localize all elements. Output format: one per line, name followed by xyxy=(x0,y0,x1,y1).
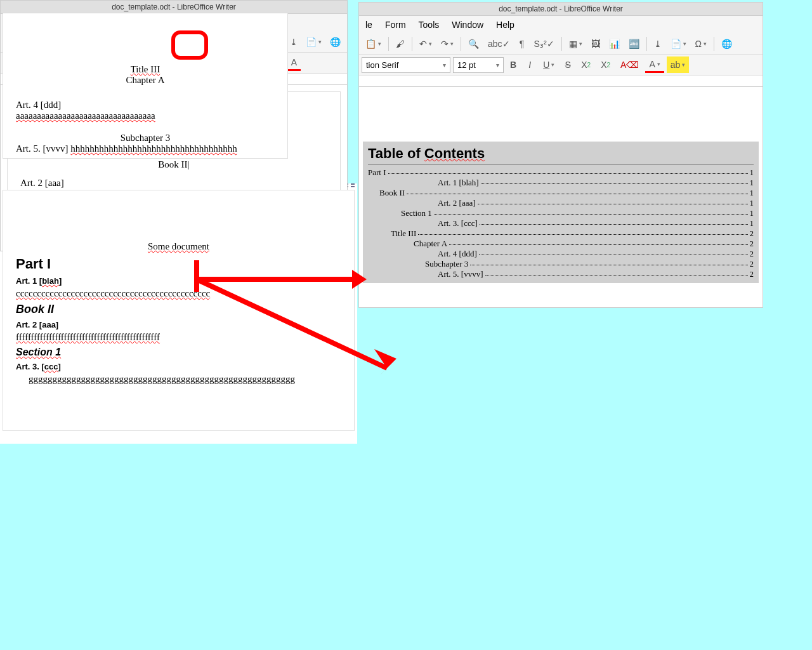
article-heading-styled: Art. 3. [ccc] xyxy=(16,362,341,371)
superscript-icon[interactable]: X2 xyxy=(577,56,594,73)
ruler xyxy=(359,76,763,87)
part-heading-styled: Part I xyxy=(16,256,341,272)
pagebreak-icon[interactable]: ⤓ xyxy=(650,36,665,52)
toolbar-main: 📋 🖌 ↶ ↷ 🔍 abc✓ ¶ S₃²✓ ▦ 🖼 📊 🔤 ⤓ 📄 Ω 🌐 xyxy=(359,34,763,55)
font-color-icon[interactable]: A xyxy=(287,55,301,71)
pagebreak-icon[interactable]: ⤓ xyxy=(286,34,301,50)
toc-entry[interactable]: Art. 5. [vvvv]2 xyxy=(368,269,754,279)
highlight-icon[interactable]: ab xyxy=(667,56,690,73)
body-text: gggggggggggggggggggggggggggggggggggggggg… xyxy=(29,374,341,385)
table-of-contents: Table of Table of ContentsContents Part … xyxy=(363,142,759,283)
article-line: Art. 4 [ddd] xyxy=(16,100,275,110)
menu-form[interactable]: Form xyxy=(380,18,411,31)
subchapter-heading: Subchapter 3 xyxy=(16,133,275,143)
toc-entry[interactable]: Art. 4 [ddd]2 xyxy=(368,249,754,259)
bold-icon[interactable]: B xyxy=(506,56,520,73)
article-heading-styled: Art. 2 [aaa] xyxy=(16,320,341,329)
formatting-marks-icon[interactable]: ¶ xyxy=(515,36,529,52)
section-heading-styled: Section 1 xyxy=(16,347,341,358)
window-title: doc_template.odt - LibreOffice Writer xyxy=(1,1,347,14)
field-icon[interactable]: 📄 xyxy=(303,34,325,50)
toc-title: Table of Table of ContentsContents xyxy=(368,145,754,162)
font-size-combo[interactable]: 12 pt xyxy=(453,57,504,73)
menu-window[interactable]: Window xyxy=(447,18,488,31)
underline-icon[interactable]: U xyxy=(539,56,558,73)
subscript-icon[interactable]: X2 xyxy=(597,56,614,73)
toc-entry[interactable]: Subchapter 32 xyxy=(368,259,754,269)
toolbar-format: tion Serif 12 pt B I U S X2 X2 A⌫ A ab xyxy=(359,55,763,76)
toc-entry[interactable]: Title III2 xyxy=(368,229,754,239)
document-page-2[interactable]: Title III Chapter A Art. 4 [ddd] aaaaaaa… xyxy=(3,13,288,159)
toc-page[interactable]: Table of Table of ContentsContents Part … xyxy=(363,91,759,294)
spellcheck-icon[interactable]: abc✓ xyxy=(484,36,514,52)
menu-tools[interactable]: Tools xyxy=(414,18,445,31)
toc-entry[interactable]: Art. 3. [ccc]1 xyxy=(368,218,754,229)
hyperlink-icon[interactable]: 🌐 xyxy=(717,36,736,52)
document-page-styled[interactable]: Some document Part I Art. 1 [blah] ccccc… xyxy=(3,190,355,431)
article-heading-styled: Art. 1 [blah] xyxy=(16,276,341,286)
clear-format-icon[interactable]: A⌫ xyxy=(617,56,643,73)
title-heading: Title III xyxy=(16,64,275,75)
body-text: ffffffffffffffffffffffffffffffffffffffff… xyxy=(16,332,341,343)
textbox-icon[interactable]: 🔤 xyxy=(625,36,643,52)
page-fragment-2: Title III Chapter A Art. 4 [ddd] aaaaaaa… xyxy=(0,6,291,181)
toc-entry[interactable]: Chapter A2 xyxy=(368,239,754,249)
menu-help[interactable]: Help xyxy=(491,18,520,31)
toc-entry[interactable]: Art. 1 [blah]1 xyxy=(368,178,754,188)
redo-icon[interactable]: ↷ xyxy=(437,36,457,52)
menu-le[interactable]: le xyxy=(360,18,377,31)
toc-entry[interactable]: Part I1 xyxy=(368,168,754,178)
svg-marker-4 xyxy=(374,349,396,375)
writer-window-after: doc_template.odt - LibreOffice Writer le… xyxy=(358,2,763,308)
article-line: Art. 2 [aaa] xyxy=(20,178,327,189)
font-color-icon[interactable]: A xyxy=(645,56,664,73)
article-line: Art. 5. [vvvv] hhhhhhhhhhhhhhhhhhhhhhhhh… xyxy=(16,143,275,154)
special-char-icon[interactable]: Ω xyxy=(691,36,710,52)
book-heading-styled: Book II xyxy=(16,303,341,316)
font-name-combo[interactable]: tion Serif xyxy=(362,57,450,73)
toc-entry[interactable]: Section 11 xyxy=(368,208,754,218)
table-icon[interactable]: ▦ xyxy=(565,36,586,52)
chapter-numbering-icon[interactable]: S₃²✓ xyxy=(530,36,558,52)
window-title: doc_template.odt - LibreOffice Writer xyxy=(359,3,763,16)
body-text: aaaaaaaaaaaaaaaaaaaaaaaaaaaaaaaaa xyxy=(16,110,275,121)
find-icon[interactable]: 🔍 xyxy=(464,36,483,52)
image-icon[interactable]: 🖼 xyxy=(587,36,604,52)
clone-format-icon[interactable]: 🖌 xyxy=(392,36,409,52)
hyperlink-icon[interactable]: 🌐 xyxy=(327,34,344,50)
undo-icon[interactable]: ↶ xyxy=(416,36,436,52)
toc-entry[interactable]: Book II1 xyxy=(368,188,754,198)
doc-title: Some document xyxy=(16,241,341,252)
strike-icon[interactable]: S xyxy=(561,56,575,73)
toc-entry[interactable]: Art. 2 [aaa]1 xyxy=(368,198,754,208)
chapter-heading: Chapter A xyxy=(16,75,275,86)
paste-icon[interactable]: 📋 xyxy=(362,36,385,52)
chart-icon[interactable]: 📊 xyxy=(605,36,624,52)
italic-icon[interactable]: I xyxy=(523,56,537,73)
field-icon[interactable]: 📄 xyxy=(667,36,690,52)
page-fragment-styled: Some document Part I Art. 1 [blah] ccccc… xyxy=(0,183,357,444)
book-heading: Book II| xyxy=(20,159,327,170)
menubar: le Form Tools Window Help xyxy=(359,16,763,34)
body-text: cccccccccccccccccccccccccccccccccccccccc… xyxy=(16,288,341,299)
